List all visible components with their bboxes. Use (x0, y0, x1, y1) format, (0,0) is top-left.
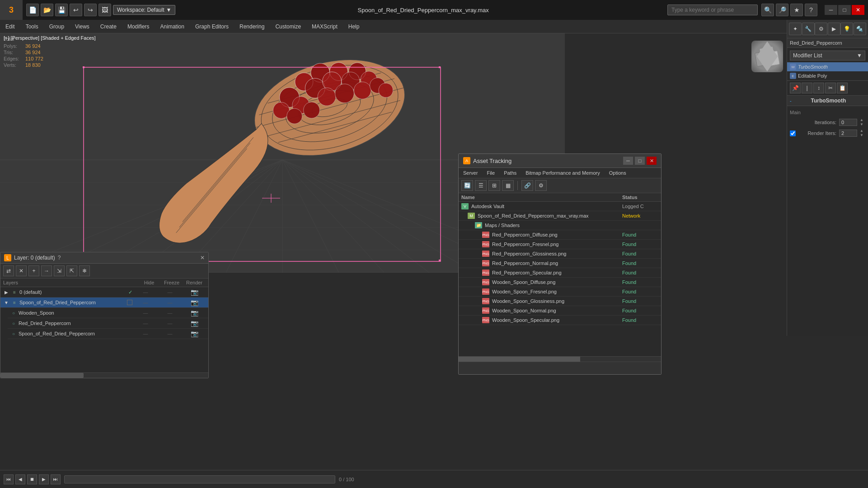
menu-help[interactable]: Help (343, 22, 365, 32)
anim-stop-btn[interactable]: ⏹ (27, 474, 37, 484)
asset-row-png-8[interactable]: PNG Wooden_Spoon_Glossiness.png Found (459, 297, 661, 306)
asset-row-png-3[interactable]: PNG Red_Peppercorn_Glossiness.png Found (459, 249, 661, 259)
layer-row-default[interactable]: ▶ ≡ 0 (default) ✓ — — 📷 (0, 287, 208, 297)
asset-menu-paths[interactable]: Paths (502, 169, 518, 177)
layer-box-1[interactable] (127, 300, 132, 305)
nav-cube[interactable]: TOP (751, 41, 783, 72)
menu-tools[interactable]: Tools (20, 22, 44, 32)
layer-expand-icon-1[interactable]: ▼ (3, 299, 9, 306)
iterations-down-arrow[interactable]: ▼ (860, 122, 865, 127)
pin-button[interactable]: 📌 (790, 83, 801, 93)
anim-end-btn[interactable]: ⏭ (51, 474, 61, 484)
workspace-button[interactable]: Workspace: Default ▼ (113, 5, 175, 15)
menu-create[interactable]: Create (95, 22, 122, 32)
menu-customize[interactable]: Customize (270, 22, 306, 32)
anim-next-btn[interactable]: ▶ (39, 474, 49, 484)
open-button[interactable]: 📂 (41, 4, 53, 16)
menu-maxscript[interactable]: MAXScript (306, 22, 343, 32)
layer-row-spoon-group[interactable]: ▼ ≡ Spoon_of_Red_Dried_Peppercorn — — 📷 (0, 297, 208, 308)
asset-row-png-4[interactable]: PNG Red_Peppercorn_Normal.png Found (459, 259, 661, 268)
menu-edit[interactable]: Edit (0, 22, 20, 32)
layer-row-wooden-spoon[interactable]: ○ Wooden_Spoon — — 📷 (8, 308, 208, 318)
add-modifier-button[interactable]: | (802, 83, 812, 93)
asset-btn-settings[interactable]: ⚙ (535, 180, 547, 191)
asset-row-png-2[interactable]: PNG Red_Peppercorn_Fresnel.png Found (459, 240, 661, 249)
new-button[interactable]: 📄 (26, 4, 39, 16)
asset-row-png-6[interactable]: PNG Wooden_Spoon_Diffuse.png Found (459, 278, 661, 287)
anim-prev-btn[interactable]: ◀ (15, 474, 25, 484)
layer-scrollbar[interactable] (0, 372, 208, 378)
asset-row-png-7[interactable]: PNG Wooden_Spoon_Fresnel.png Found (459, 287, 661, 297)
minimize-btn[interactable]: ─ (825, 5, 837, 15)
asset-menu-file[interactable]: File (485, 169, 497, 177)
anim-play-btn[interactable]: ⏮ (4, 474, 14, 484)
layer-row-spoon-child[interactable]: ○ Spoon_of_Red_Dried_Peppercorn — — 📷 (8, 329, 208, 339)
asset-close-btn[interactable]: ✕ (647, 157, 657, 165)
render-iters-up-arrow[interactable]: ▲ (860, 129, 865, 133)
render-iters-checkbox[interactable] (790, 130, 796, 136)
help-btn[interactable]: ? (805, 4, 817, 16)
asset-footer-scrollbar[interactable] (459, 357, 661, 362)
layer-toolbar-delete[interactable]: ✕ (16, 265, 27, 276)
asset-btn-table[interactable]: ▦ (502, 180, 514, 191)
layer-toolbar-toggle[interactable]: ⇄ (3, 265, 14, 276)
asset-maximize-btn[interactable]: □ (635, 157, 645, 165)
save-button[interactable]: 💾 (55, 4, 68, 16)
render-iters-down-arrow[interactable]: ▼ (860, 133, 865, 138)
menu-rendering[interactable]: Rendering (234, 22, 270, 32)
menu-modifiers[interactable]: Modifiers (122, 22, 155, 32)
asset-menu-bitmap[interactable]: Bitmap Performance and Memory (524, 169, 601, 177)
modifier-turbosmooth[interactable]: M TurboSmooth (787, 62, 868, 71)
maximize-btn[interactable]: □ (838, 5, 851, 15)
layer-toolbar-expand[interactable]: ⇲ (54, 265, 65, 276)
rp-icon-display[interactable]: 💡 (840, 23, 853, 35)
search2-icon-btn[interactable]: 🔎 (776, 4, 788, 16)
modifier-dropdown[interactable]: Modifier List ▼ (790, 51, 865, 60)
asset-row-png-9[interactable]: PNG Wooden_Spoon_Normal.png Found (459, 306, 661, 316)
layer-help-btn[interactable]: ? (58, 255, 61, 261)
modifier-editable-poly[interactable]: E Editable Poly (787, 71, 868, 80)
rp-icon-modify[interactable]: 🔧 (802, 23, 815, 35)
rp-icon-create[interactable]: ✦ (789, 23, 802, 35)
select-modifier-button[interactable]: ↕ (813, 83, 824, 93)
search-icon-btn[interactable]: 🔍 (761, 4, 774, 16)
asset-btn-grid[interactable]: ⊞ (488, 180, 500, 191)
iterations-up-arrow[interactable]: ▲ (860, 118, 865, 122)
menu-graph-editors[interactable]: Graph Editors (190, 22, 234, 32)
asset-btn-list[interactable]: ☰ (475, 180, 487, 191)
layer-expand-icon-0[interactable]: ▶ (3, 289, 9, 295)
layer-toolbar-select[interactable]: → (41, 265, 52, 276)
menu-group[interactable]: Group (44, 22, 70, 32)
asset-menu-options[interactable]: Options (607, 169, 628, 177)
search-input[interactable] (667, 5, 758, 15)
asset-btn-refresh[interactable]: 🔄 (461, 180, 473, 191)
asset-minimize-btn[interactable]: ─ (623, 157, 633, 165)
menu-views[interactable]: Views (70, 22, 95, 32)
rp-icon-utils[interactable]: 🔩 (854, 23, 866, 35)
render-preview-button[interactable]: 🖼 (99, 4, 111, 16)
copy-modifier-button[interactable]: ✂ (825, 83, 836, 93)
layer-toolbar-freeze[interactable]: ❄ (79, 265, 90, 276)
iterations-input[interactable] (839, 119, 857, 126)
layer-toolbar-add[interactable]: + (28, 265, 39, 276)
layer-row-red-peppercorn[interactable]: ○ Red_Dried_Peppercorn — — 📷 (8, 318, 208, 329)
asset-row-maps[interactable]: 📁 Maps / Shaders (459, 221, 661, 230)
close-btn[interactable]: ✕ (852, 5, 864, 15)
asset-row-png-5[interactable]: PNG Red_Peppercorn_Specular.png Found (459, 268, 661, 278)
paste-modifier-button[interactable]: 📋 (837, 83, 848, 93)
undo-button[interactable]: ↩ (70, 4, 82, 16)
layer-scroll-thumb[interactable] (0, 373, 84, 378)
asset-row-max[interactable]: M Spoon_of_Red_Dried_Peppercorn_max_vray… (459, 211, 661, 221)
asset-row-vault[interactable]: V Autodesk Vault Logged C (459, 202, 661, 211)
redo-button[interactable]: ↪ (84, 4, 97, 16)
asset-menu-server[interactable]: Server (461, 169, 479, 177)
menu-animation[interactable]: Animation (155, 22, 190, 32)
rp-icon-motion[interactable]: ▶ (828, 23, 840, 35)
rp-icon-hierarchy[interactable]: ⚙ (815, 23, 827, 35)
turbosmooth-expand[interactable]: - (790, 98, 792, 103)
layer-close-btn[interactable]: ✕ (200, 255, 205, 261)
layer-toolbar-collapse[interactable]: ⇱ (66, 265, 77, 276)
time-slider[interactable] (64, 475, 335, 483)
bookmark-btn[interactable]: ★ (790, 4, 803, 16)
asset-btn-connect[interactable]: 🔗 (521, 180, 533, 191)
